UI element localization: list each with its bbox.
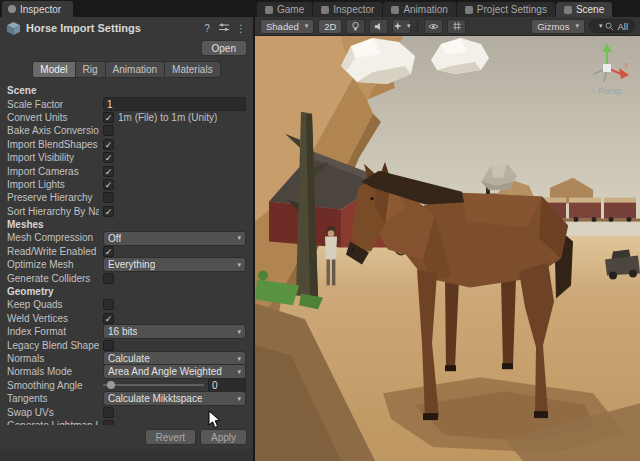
revert-button[interactable]: Revert	[145, 429, 196, 445]
scene-audio-button[interactable]	[369, 19, 388, 34]
tab-animation-window[interactable]: Animation	[383, 2, 455, 17]
tab-materials[interactable]: Materials	[165, 61, 221, 78]
section-label: Meshes	[7, 219, 44, 230]
chevron-down-icon: ▾	[237, 355, 241, 363]
svg-text:X: X	[624, 62, 629, 69]
tab-project-settings[interactable]: Project Settings	[457, 2, 555, 17]
chevron-down-icon: ▾	[237, 261, 241, 269]
tab-rig[interactable]: Rig	[76, 61, 106, 78]
axis-gizmo-icon: Y X	[582, 40, 632, 88]
scene-search-field[interactable]: ▾ All	[589, 19, 635, 33]
chevron-down-icon: ▾	[237, 368, 241, 376]
scene-toolbar: Shaded▾ 2D ▾ Gizmos▾ ▾	[255, 17, 640, 36]
optimize-mesh-dropdown[interactable]: Everything▾	[103, 257, 246, 272]
mesh-compression-row: Mesh Compression Off▾	[0, 231, 253, 244]
swap-uvs-checkbox[interactable]	[103, 407, 114, 418]
scene-viewport[interactable]: Y X ‹ Persp	[255, 36, 640, 461]
generate-colliders-row: Generate Colliders	[0, 271, 253, 284]
import-visibility-checkbox[interactable]	[103, 152, 114, 163]
shading-mode-dropdown[interactable]: Shaded▾	[260, 19, 314, 34]
tab-scene[interactable]: Scene	[556, 2, 612, 17]
tab-game-label: Game	[277, 4, 304, 15]
preserve-hierarchy-checkbox[interactable]	[103, 192, 114, 203]
chevron-down-icon: ▾	[575, 22, 579, 30]
tab-inspector-panel[interactable]: Inspector	[2, 1, 73, 17]
mesh-compression-label: Mesh Compression	[7, 232, 99, 243]
import-lights-checkbox[interactable]	[103, 179, 114, 190]
import-blendshapes-label: Import BlendShapes	[7, 139, 99, 150]
legacy-blend-shape-checkbox[interactable]	[103, 340, 114, 351]
effects-star-icon	[393, 21, 402, 31]
normals-row: Normals Calculate▾	[0, 352, 253, 365]
scale-factor-input[interactable]	[103, 97, 246, 111]
open-button[interactable]: Open	[201, 40, 247, 56]
tab-model[interactable]: Model	[32, 61, 75, 78]
apply-button[interactable]: Apply	[200, 429, 247, 445]
section-header-geometry: Geometry	[0, 285, 253, 298]
bake-axis-conversion-label: Bake Axis Conversion	[7, 125, 99, 136]
dropdown-value: 16 bits	[108, 326, 137, 337]
tangents-label: Tangents	[7, 393, 99, 404]
scene-visibility-button[interactable]	[424, 19, 443, 34]
tab-animation[interactable]: Animation	[106, 61, 165, 78]
chevron-down-icon: ▾	[407, 22, 411, 30]
mesh-compression-dropdown[interactable]: Off▾	[103, 231, 246, 246]
projection-mode-label[interactable]: ‹ Persp	[592, 86, 622, 96]
legacy-blend-shape-row: Legacy Blend Shape Normals	[0, 338, 253, 351]
presets-icon[interactable]	[218, 23, 230, 34]
bake-axis-conversion-checkbox[interactable]	[103, 125, 114, 136]
help-icon[interactable]: ?	[201, 23, 213, 34]
toggle-2d-button[interactable]: 2D	[318, 19, 342, 34]
tangents-dropdown[interactable]: Calculate Mikktspace▾	[103, 391, 246, 406]
normals-mode-dropdown[interactable]: Area And Angle Weighted▾	[103, 364, 246, 379]
project-settings-tab-icon	[465, 6, 473, 14]
orientation-gizmo[interactable]: Y X ‹ Persp	[582, 40, 632, 96]
search-icon	[605, 22, 614, 31]
scale-factor-label: Scale Factor	[7, 99, 99, 110]
page-title: Horse Import Settings	[26, 22, 196, 34]
search-value: All	[617, 21, 628, 32]
keep-quads-label: Keep Quads	[7, 299, 99, 310]
chevron-down-icon: ▾	[237, 395, 241, 403]
index-format-row: Index Format 16 bits▾	[0, 325, 253, 338]
scene-effects-dropdown[interactable]: ▾	[392, 19, 411, 34]
convert-units-checkbox[interactable]	[103, 112, 114, 123]
tab-game[interactable]: Game	[257, 2, 312, 17]
weld-vertices-row: Weld Vertices	[0, 312, 253, 325]
scene-lighting-button[interactable]	[346, 19, 365, 34]
weld-vertices-checkbox[interactable]	[103, 313, 114, 324]
tab-inspector[interactable]: Inspector	[313, 2, 382, 17]
import-lights-label: Import Lights	[7, 179, 99, 190]
shading-mode-label: Shaded	[266, 21, 299, 32]
inspector-panel-icon	[8, 5, 16, 13]
gizmos-dropdown[interactable]: Gizmos▾	[531, 19, 585, 34]
index-format-dropdown[interactable]: 16 bits▾	[103, 324, 246, 339]
scene-grid-button[interactable]	[447, 19, 466, 34]
dropdown-value: Calculate Mikktspace	[108, 393, 202, 404]
dropdown-value: Area And Angle Weighted	[108, 366, 222, 377]
generate-colliders-checkbox[interactable]	[103, 273, 114, 284]
read-write-row: Read/Write Enabled	[0, 245, 253, 258]
sort-hierarchy-checkbox[interactable]	[103, 206, 114, 217]
animation-tab-icon	[391, 6, 399, 14]
game-tab-icon	[265, 6, 273, 14]
read-write-checkbox[interactable]	[103, 246, 114, 257]
import-lights-row: Import Lights	[0, 178, 253, 191]
slider-handle[interactable]	[107, 381, 115, 389]
smoothing-angle-slider[interactable]	[103, 379, 204, 391]
import-cameras-row: Import Cameras	[0, 164, 253, 177]
scene-tab-icon	[564, 6, 572, 14]
normals-mode-label: Normals Mode	[7, 366, 99, 377]
eye-icon	[428, 22, 439, 31]
import-visibility-label: Import Visibility	[7, 152, 99, 163]
import-cameras-checkbox[interactable]	[103, 166, 114, 177]
import-blendshapes-row: Import BlendShapes	[0, 138, 253, 151]
import-blendshapes-checkbox[interactable]	[103, 139, 114, 150]
keep-quads-checkbox[interactable]	[103, 299, 114, 310]
tab-rig-label: Rig	[83, 64, 98, 75]
smoothing-angle-input[interactable]	[208, 378, 246, 392]
toggle-2d-label: 2D	[324, 21, 336, 32]
search-filter-chevron-icon: ▾	[599, 22, 603, 30]
kebab-menu-icon[interactable]: ⋮	[235, 23, 247, 34]
legacy-blend-shape-label: Legacy Blend Shape Normals	[7, 340, 99, 351]
